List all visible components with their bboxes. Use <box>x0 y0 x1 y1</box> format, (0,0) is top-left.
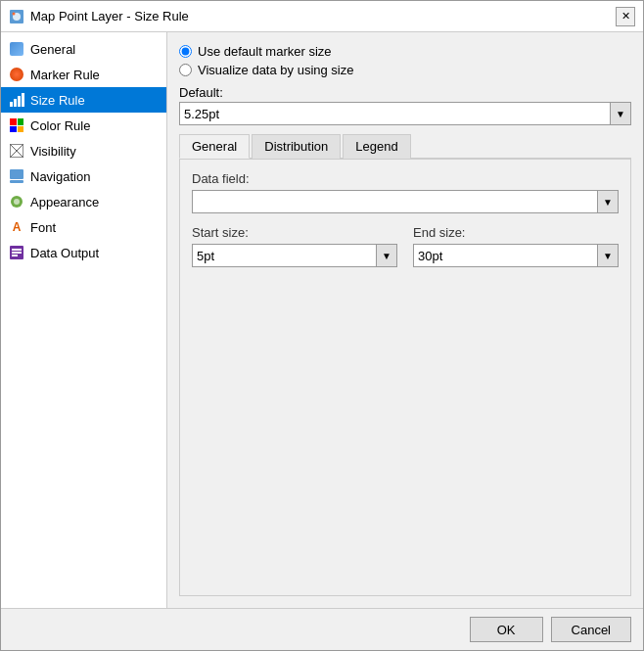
window-title: Map Point Layer - Size Rule <box>30 9 189 23</box>
tab-general[interactable]: General <box>179 134 250 159</box>
visibility-icon <box>9 143 24 159</box>
sidebar-label-data-output: Data Output <box>30 246 99 260</box>
radio-visualize-size-input[interactable] <box>179 64 192 76</box>
svg-rect-7 <box>10 180 23 183</box>
title-bar: Map Point Layer - Size Rule ✕ <box>1 1 643 32</box>
tab-content: Data field: ▼ Start size: <box>179 159 631 596</box>
data-output-icon <box>9 245 24 260</box>
sidebar-item-general[interactable]: General <box>1 36 166 62</box>
svg-rect-6 <box>10 169 23 179</box>
close-button[interactable]: ✕ <box>616 7 635 26</box>
data-field-dropdown[interactable] <box>192 190 619 213</box>
default-row: Default: 5.25pt ▼ <box>179 85 631 125</box>
start-size-field: Start size: 5pt ▼ <box>192 225 397 267</box>
sidebar-label-marker-rule: Marker Rule <box>30 68 100 82</box>
end-size-field: End size: 30pt ▼ <box>413 225 619 267</box>
marker-rule-icon <box>9 67 24 82</box>
sidebar-item-data-output[interactable]: Data Output <box>1 240 166 265</box>
start-size-dropdown-container: 5pt ▼ <box>192 244 397 267</box>
sidebar-label-color-rule: Color Rule <box>30 118 90 133</box>
svg-point-9 <box>14 199 20 205</box>
radio-default-size-label: Use default marker size <box>198 44 332 59</box>
ok-button[interactable]: OK <box>470 617 543 642</box>
appearance-icon <box>9 194 24 209</box>
default-size-dropdown[interactable]: 5.25pt <box>179 102 631 125</box>
radio-visualize-size[interactable]: Visualize data by using size <box>179 63 631 77</box>
size-row: Start size: 5pt ▼ End size: <box>192 225 619 267</box>
sidebar-label-appearance: Appearance <box>30 195 99 209</box>
end-size-dropdown[interactable]: 30pt <box>413 244 619 267</box>
sidebar: General Marker Rule Size Rule <box>1 32 167 608</box>
sidebar-item-font[interactable]: A Font <box>1 214 166 240</box>
font-icon: A <box>9 219 24 235</box>
tabs-area: General Distribution Legend Data field: <box>179 133 631 596</box>
tab-headers: General Distribution Legend <box>179 133 631 159</box>
sidebar-label-general: General <box>30 42 75 57</box>
main-window: Map Point Layer - Size Rule ✕ General Ma… <box>0 0 644 651</box>
content-area: General Marker Rule Size Rule <box>1 32 643 608</box>
data-field-dropdown-container: ▼ <box>192 190 619 213</box>
sidebar-item-color-rule[interactable]: Color Rule <box>1 113 166 138</box>
radio-visualize-size-label: Visualize data by using size <box>198 63 353 77</box>
sidebar-item-marker-rule[interactable]: Marker Rule <box>1 62 166 87</box>
svg-rect-12 <box>12 252 22 254</box>
bottom-bar: OK Cancel <box>1 608 643 650</box>
sidebar-label-font: Font <box>30 220 56 235</box>
sidebar-item-size-rule[interactable]: Size Rule <box>1 87 166 113</box>
sidebar-item-appearance[interactable]: Appearance <box>1 189 166 214</box>
start-size-label: Start size: <box>192 225 397 240</box>
data-field-group: Data field: ▼ <box>192 171 619 213</box>
sidebar-item-navigation[interactable]: Navigation <box>1 163 166 189</box>
end-size-dropdown-container: 30pt ▼ <box>413 244 619 267</box>
data-field-label: Data field: <box>192 171 619 186</box>
tab-distribution[interactable]: Distribution <box>252 134 341 159</box>
radio-default-size-input[interactable] <box>179 45 192 58</box>
size-rule-icon <box>9 92 24 108</box>
svg-rect-13 <box>12 255 18 256</box>
window-icon <box>9 9 24 24</box>
title-bar-left: Map Point Layer - Size Rule <box>9 9 189 24</box>
radio-group: Use default marker size Visualize data b… <box>179 44 631 77</box>
radio-default-size[interactable]: Use default marker size <box>179 44 631 59</box>
svg-point-2 <box>13 12 16 15</box>
cancel-button[interactable]: Cancel <box>551 617 631 642</box>
svg-rect-11 <box>12 249 22 251</box>
end-size-label: End size: <box>413 225 619 240</box>
color-rule-icon <box>9 117 24 133</box>
sidebar-item-visibility[interactable]: Visibility <box>1 138 166 163</box>
default-dropdown-container: 5.25pt ▼ <box>179 102 631 125</box>
sidebar-label-size-rule: Size Rule <box>30 93 85 108</box>
general-icon <box>9 41 24 57</box>
default-label: Default: <box>179 85 631 100</box>
sidebar-label-navigation: Navigation <box>30 169 90 184</box>
navigation-icon <box>9 168 24 184</box>
start-size-dropdown[interactable]: 5pt <box>192 244 397 267</box>
main-panel: Use default marker size Visualize data b… <box>167 32 643 608</box>
sidebar-label-visibility: Visibility <box>30 144 76 159</box>
tab-legend[interactable]: Legend <box>343 134 410 159</box>
